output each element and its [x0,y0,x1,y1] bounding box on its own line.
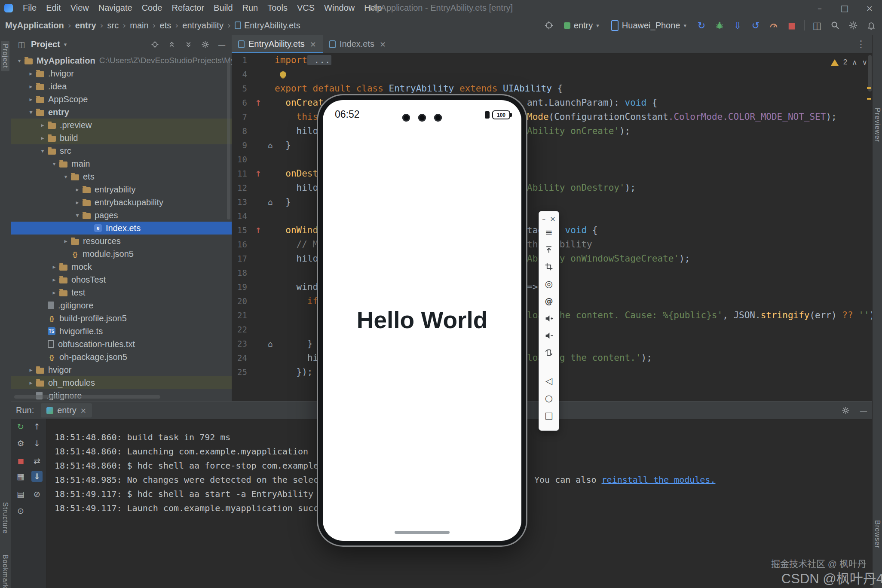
tree-item-ets[interactable]: ▾ets [11,170,232,183]
prev-problem-icon[interactable]: ∧ [852,58,857,67]
chevron-closed-icon[interactable]: ▸ [73,186,82,193]
tool-stripe-structure[interactable]: Structure [1,502,9,534]
chevron-open-icon[interactable]: ▾ [38,147,47,154]
chevron-closed-icon[interactable]: ▸ [50,289,58,296]
close-icon[interactable]: × [380,40,386,49]
chevron-closed-icon[interactable]: ▸ [27,83,35,90]
tree-item-main[interactable]: ▾main [11,157,232,170]
menu-icon[interactable]: ≡ [542,224,556,241]
menu-run[interactable]: Run [238,3,263,13]
search-icon[interactable] [830,20,841,31]
tree-item-myapplication[interactable]: ▾MyApplicationC:\Users\Z\DevEcoStudioPro… [11,54,232,67]
chevron-closed-icon[interactable]: ▸ [38,122,47,128]
warning-stripe-mark[interactable] [867,98,871,100]
code-line-5[interactable]: 5export default class EntryAbility exten… [232,82,873,96]
tool-stripe-project[interactable]: Project [1,41,9,71]
tree-item-obfuscation-rules-txt[interactable]: obfuscation-rules.txt [11,338,232,350]
menu-file[interactable]: File [18,3,41,13]
clear-icon[interactable]: ⊘ [31,488,43,500]
run-tab-entry[interactable]: entry × [41,403,92,417]
debug-icon[interactable] [714,20,725,31]
menu-window[interactable]: Window [319,3,359,13]
stop-icon[interactable]: ■ [786,20,797,31]
notifications-icon[interactable] [866,20,877,31]
locate-file-icon[interactable] [150,40,159,49]
tool-windows-icon[interactable]: ◫ [812,20,823,31]
project-panel-title[interactable]: Project [31,40,60,49]
breadcrumb-item[interactable]: ets [160,21,172,30]
locate-icon[interactable]: @ [542,292,556,310]
rerun-icon[interactable]: ↻ [15,421,26,432]
menu-build[interactable]: Build [209,3,237,13]
menu-help[interactable]: Help [359,3,386,13]
print-icon[interactable]: ▤ [15,488,26,500]
tree-item-pages[interactable]: ▾pages [11,209,232,222]
scroll-top-icon[interactable] [542,241,556,258]
chevron-closed-icon[interactable]: ▸ [27,379,35,386]
code-line-1[interactable]: 1import ... [232,53,873,67]
tree-item--gitignore[interactable]: .gitignore [11,299,232,312]
emulator-toolbar[interactable]: – × ≡ ◎ @ ◁ ○ □ [539,211,559,431]
close-icon[interactable]: × [310,40,316,49]
crop-icon[interactable] [542,258,556,275]
tree-item-appscope[interactable]: ▸AppScope [11,93,232,106]
back-icon[interactable]: ◁ [542,372,556,390]
chevron-open-icon[interactable]: ▾ [73,212,82,219]
settings-icon[interactable] [848,20,859,31]
tab-entryability-ets[interactable]: EntryAbility.ets × [232,35,323,53]
chevron-closed-icon[interactable]: ▸ [73,199,82,206]
tree-item-entrybackupability[interactable]: ▸entrybackupability [11,196,232,209]
minimize-button[interactable]: – [807,3,832,13]
run-target-icon[interactable] [543,20,554,31]
sync-icon[interactable]: ↻ [696,20,707,31]
menu-refactor[interactable]: Refactor [167,3,209,13]
code-line-4[interactable]: 4 [232,67,873,82]
record-icon[interactable]: ◎ [542,275,556,292]
rotate-icon[interactable] [542,344,556,361]
device-select[interactable]: Huawei_Phone ▾ [609,19,689,32]
warning-stripe-mark[interactable] [867,87,871,89]
breadcrumb-item[interactable]: EntryAbility.ets [235,21,300,30]
close-icon[interactable]: × [550,215,555,223]
reinstall-modules-link[interactable]: reinstall the modules. [602,475,716,485]
menu-tools[interactable]: Tools [263,3,292,13]
home-icon[interactable]: ○ [542,390,556,407]
expand-all-icon[interactable] [167,40,176,49]
recents-icon[interactable]: □ [542,407,556,424]
chevron-open-icon[interactable]: ▾ [61,173,70,180]
inspection-widget[interactable]: 2 ∧ ∨ [831,58,867,67]
tree-item-hvigor[interactable]: ▸hvigor [11,363,232,376]
menu-vcs[interactable]: VCS [292,3,319,13]
tree-item-build[interactable]: ▸build [11,131,232,144]
hide-panel-icon[interactable]: — [217,40,227,49]
tree-item-index-ets[interactable]: Index.ets [11,222,232,235]
chevron-closed-icon[interactable]: ▸ [27,70,35,77]
next-problem-icon[interactable]: ∨ [862,58,867,67]
chevron-open-icon[interactable]: ▾ [27,109,35,116]
chevron-closed-icon[interactable]: ▸ [61,238,70,244]
layout-icon[interactable]: ▦ [15,471,26,482]
breadcrumb-item[interactable]: entryability [182,21,224,30]
close-icon[interactable]: × [80,406,86,415]
softwrap-icon[interactable]: ⇄ [31,455,43,466]
override-method-icon[interactable]: ↑ [255,223,261,238]
module-select[interactable]: entry ▾ [561,19,602,32]
tree-item--hvigor[interactable]: ▸.hvigor [11,67,232,80]
run-settings-icon[interactable] [840,405,851,416]
tree-horizontal-scrollbar[interactable] [14,395,160,399]
stop-icon[interactable]: ■ [15,455,26,466]
hide-panel-icon[interactable]: — [860,406,867,415]
tree-item-module-json5[interactable]: module.json5 [11,247,232,260]
menu-edit[interactable]: Edit [41,3,65,13]
tree-item-mock[interactable]: ▸mock [11,260,232,273]
breadcrumb-item[interactable]: entry [75,21,96,30]
tree-item-test[interactable]: ▸test [11,286,232,299]
chevron-closed-icon[interactable]: ▸ [27,96,35,103]
tree-item--preview[interactable]: ▸.preview [11,119,232,131]
tree-item--idea[interactable]: ▸.idea [11,80,232,93]
tree-vertical-scrollbar[interactable] [227,61,230,219]
chevron-closed-icon[interactable]: ▸ [50,276,58,283]
collapse-all-icon[interactable] [184,40,193,49]
breadcrumb-item[interactable]: main [130,21,148,30]
close-button[interactable]: × [857,3,882,13]
